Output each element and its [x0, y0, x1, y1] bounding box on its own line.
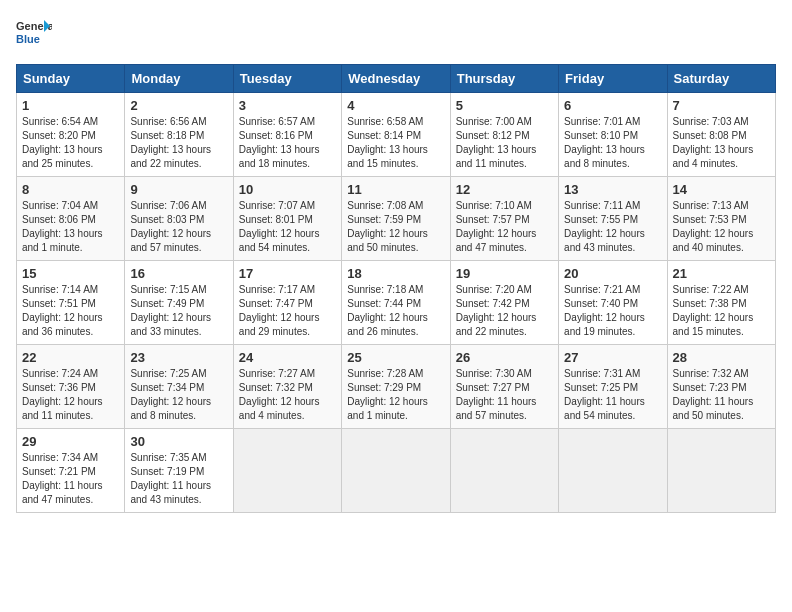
calendar-cell: 10Sunrise: 7:07 AM Sunset: 8:01 PM Dayli… [233, 177, 341, 261]
day-number: 19 [456, 266, 553, 281]
day-number: 21 [673, 266, 770, 281]
calendar-week-row: 8Sunrise: 7:04 AM Sunset: 8:06 PM Daylig… [17, 177, 776, 261]
calendar-cell: 26Sunrise: 7:30 AM Sunset: 7:27 PM Dayli… [450, 345, 558, 429]
day-info: Sunrise: 7:04 AM Sunset: 8:06 PM Dayligh… [22, 199, 119, 255]
day-info: Sunrise: 7:21 AM Sunset: 7:40 PM Dayligh… [564, 283, 661, 339]
calendar-cell: 27Sunrise: 7:31 AM Sunset: 7:25 PM Dayli… [559, 345, 667, 429]
calendar-cell: 15Sunrise: 7:14 AM Sunset: 7:51 PM Dayli… [17, 261, 125, 345]
calendar-week-row: 15Sunrise: 7:14 AM Sunset: 7:51 PM Dayli… [17, 261, 776, 345]
day-info: Sunrise: 7:22 AM Sunset: 7:38 PM Dayligh… [673, 283, 770, 339]
day-info: Sunrise: 7:24 AM Sunset: 7:36 PM Dayligh… [22, 367, 119, 423]
header-monday: Monday [125, 65, 233, 93]
day-info: Sunrise: 7:07 AM Sunset: 8:01 PM Dayligh… [239, 199, 336, 255]
day-info: Sunrise: 7:11 AM Sunset: 7:55 PM Dayligh… [564, 199, 661, 255]
day-info: Sunrise: 7:30 AM Sunset: 7:27 PM Dayligh… [456, 367, 553, 423]
day-number: 4 [347, 98, 444, 113]
day-info: Sunrise: 7:35 AM Sunset: 7:19 PM Dayligh… [130, 451, 227, 507]
day-number: 23 [130, 350, 227, 365]
calendar-cell: 13Sunrise: 7:11 AM Sunset: 7:55 PM Dayli… [559, 177, 667, 261]
header-wednesday: Wednesday [342, 65, 450, 93]
day-number: 15 [22, 266, 119, 281]
day-info: Sunrise: 7:15 AM Sunset: 7:49 PM Dayligh… [130, 283, 227, 339]
day-number: 1 [22, 98, 119, 113]
day-number: 14 [673, 182, 770, 197]
calendar-cell: 1Sunrise: 6:54 AM Sunset: 8:20 PM Daylig… [17, 93, 125, 177]
day-info: Sunrise: 7:00 AM Sunset: 8:12 PM Dayligh… [456, 115, 553, 171]
calendar-table: SundayMondayTuesdayWednesdayThursdayFrid… [16, 64, 776, 513]
svg-text:Blue: Blue [16, 33, 40, 45]
calendar-cell [559, 429, 667, 513]
calendar-week-row: 1Sunrise: 6:54 AM Sunset: 8:20 PM Daylig… [17, 93, 776, 177]
day-info: Sunrise: 7:10 AM Sunset: 7:57 PM Dayligh… [456, 199, 553, 255]
day-info: Sunrise: 7:31 AM Sunset: 7:25 PM Dayligh… [564, 367, 661, 423]
calendar-cell: 21Sunrise: 7:22 AM Sunset: 7:38 PM Dayli… [667, 261, 775, 345]
calendar-cell [233, 429, 341, 513]
calendar-cell: 14Sunrise: 7:13 AM Sunset: 7:53 PM Dayli… [667, 177, 775, 261]
calendar-cell: 7Sunrise: 7:03 AM Sunset: 8:08 PM Daylig… [667, 93, 775, 177]
day-info: Sunrise: 7:20 AM Sunset: 7:42 PM Dayligh… [456, 283, 553, 339]
header-sunday: Sunday [17, 65, 125, 93]
calendar-cell: 4Sunrise: 6:58 AM Sunset: 8:14 PM Daylig… [342, 93, 450, 177]
day-info: Sunrise: 6:54 AM Sunset: 8:20 PM Dayligh… [22, 115, 119, 171]
day-info: Sunrise: 7:27 AM Sunset: 7:32 PM Dayligh… [239, 367, 336, 423]
day-number: 17 [239, 266, 336, 281]
calendar-cell: 25Sunrise: 7:28 AM Sunset: 7:29 PM Dayli… [342, 345, 450, 429]
day-info: Sunrise: 6:57 AM Sunset: 8:16 PM Dayligh… [239, 115, 336, 171]
page-header: General Blue [16, 16, 776, 52]
calendar-cell: 18Sunrise: 7:18 AM Sunset: 7:44 PM Dayli… [342, 261, 450, 345]
day-number: 27 [564, 350, 661, 365]
calendar-week-row: 29Sunrise: 7:34 AM Sunset: 7:21 PM Dayli… [17, 429, 776, 513]
day-info: Sunrise: 7:28 AM Sunset: 7:29 PM Dayligh… [347, 367, 444, 423]
logo: General Blue [16, 16, 52, 52]
calendar-cell: 9Sunrise: 7:06 AM Sunset: 8:03 PM Daylig… [125, 177, 233, 261]
calendar-cell: 19Sunrise: 7:20 AM Sunset: 7:42 PM Dayli… [450, 261, 558, 345]
day-number: 29 [22, 434, 119, 449]
calendar-cell: 29Sunrise: 7:34 AM Sunset: 7:21 PM Dayli… [17, 429, 125, 513]
calendar-cell: 23Sunrise: 7:25 AM Sunset: 7:34 PM Dayli… [125, 345, 233, 429]
day-info: Sunrise: 7:08 AM Sunset: 7:59 PM Dayligh… [347, 199, 444, 255]
calendar-cell [667, 429, 775, 513]
day-number: 28 [673, 350, 770, 365]
calendar-cell [450, 429, 558, 513]
calendar-header-row: SundayMondayTuesdayWednesdayThursdayFrid… [17, 65, 776, 93]
day-number: 20 [564, 266, 661, 281]
day-info: Sunrise: 7:03 AM Sunset: 8:08 PM Dayligh… [673, 115, 770, 171]
day-info: Sunrise: 7:14 AM Sunset: 7:51 PM Dayligh… [22, 283, 119, 339]
calendar-cell: 30Sunrise: 7:35 AM Sunset: 7:19 PM Dayli… [125, 429, 233, 513]
day-number: 10 [239, 182, 336, 197]
day-info: Sunrise: 7:01 AM Sunset: 8:10 PM Dayligh… [564, 115, 661, 171]
header-tuesday: Tuesday [233, 65, 341, 93]
day-info: Sunrise: 6:58 AM Sunset: 8:14 PM Dayligh… [347, 115, 444, 171]
day-number: 26 [456, 350, 553, 365]
header-thursday: Thursday [450, 65, 558, 93]
day-number: 8 [22, 182, 119, 197]
calendar-cell: 16Sunrise: 7:15 AM Sunset: 7:49 PM Dayli… [125, 261, 233, 345]
day-info: Sunrise: 7:25 AM Sunset: 7:34 PM Dayligh… [130, 367, 227, 423]
day-number: 25 [347, 350, 444, 365]
day-number: 30 [130, 434, 227, 449]
calendar-cell: 3Sunrise: 6:57 AM Sunset: 8:16 PM Daylig… [233, 93, 341, 177]
day-info: Sunrise: 7:32 AM Sunset: 7:23 PM Dayligh… [673, 367, 770, 423]
calendar-cell: 6Sunrise: 7:01 AM Sunset: 8:10 PM Daylig… [559, 93, 667, 177]
calendar-cell: 8Sunrise: 7:04 AM Sunset: 8:06 PM Daylig… [17, 177, 125, 261]
day-info: Sunrise: 7:18 AM Sunset: 7:44 PM Dayligh… [347, 283, 444, 339]
calendar-cell: 22Sunrise: 7:24 AM Sunset: 7:36 PM Dayli… [17, 345, 125, 429]
calendar-cell: 17Sunrise: 7:17 AM Sunset: 7:47 PM Dayli… [233, 261, 341, 345]
header-saturday: Saturday [667, 65, 775, 93]
day-info: Sunrise: 7:17 AM Sunset: 7:47 PM Dayligh… [239, 283, 336, 339]
day-number: 13 [564, 182, 661, 197]
day-number: 22 [22, 350, 119, 365]
day-number: 11 [347, 182, 444, 197]
day-number: 3 [239, 98, 336, 113]
day-info: Sunrise: 7:34 AM Sunset: 7:21 PM Dayligh… [22, 451, 119, 507]
day-number: 2 [130, 98, 227, 113]
day-number: 24 [239, 350, 336, 365]
calendar-cell: 20Sunrise: 7:21 AM Sunset: 7:40 PM Dayli… [559, 261, 667, 345]
calendar-cell: 12Sunrise: 7:10 AM Sunset: 7:57 PM Dayli… [450, 177, 558, 261]
calendar-cell: 28Sunrise: 7:32 AM Sunset: 7:23 PM Dayli… [667, 345, 775, 429]
day-number: 7 [673, 98, 770, 113]
calendar-cell [342, 429, 450, 513]
day-info: Sunrise: 7:13 AM Sunset: 7:53 PM Dayligh… [673, 199, 770, 255]
day-info: Sunrise: 7:06 AM Sunset: 8:03 PM Dayligh… [130, 199, 227, 255]
calendar-cell: 24Sunrise: 7:27 AM Sunset: 7:32 PM Dayli… [233, 345, 341, 429]
